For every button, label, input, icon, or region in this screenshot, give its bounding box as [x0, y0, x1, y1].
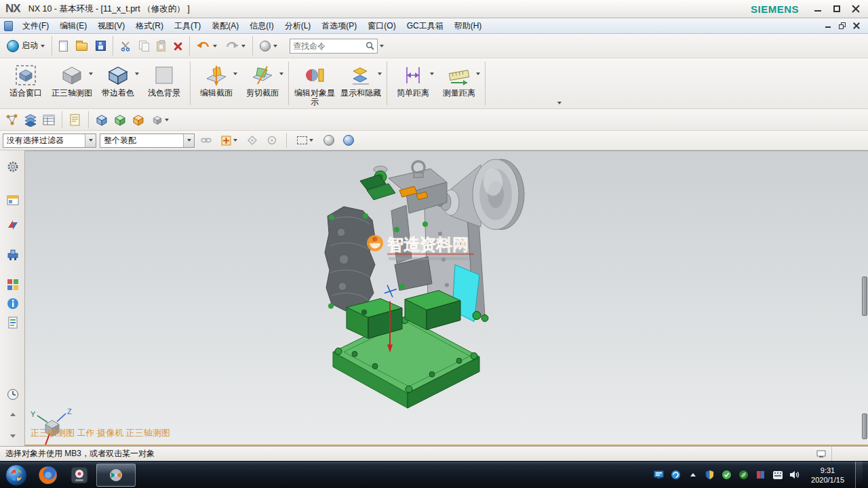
delete-button[interactable]	[170, 37, 186, 55]
snap-endpoint-button[interactable]	[264, 132, 280, 148]
assembly-navigator-grid-button[interactable]	[41, 112, 57, 128]
combo-drop-button[interactable]	[85, 134, 96, 147]
redo-button[interactable]	[221, 37, 250, 55]
assemble-component-button[interactable]	[112, 112, 128, 128]
combo-drop-button[interactable]	[183, 134, 194, 147]
show-hide-button[interactable]: 显示和隐藏	[338, 60, 384, 107]
assembly-constraints-button[interactable]	[4, 112, 20, 128]
sync-flag-icon[interactable]	[755, 469, 766, 481]
green-cube-icon	[113, 113, 127, 127]
simple-distance-button[interactable]: 简单距离	[390, 60, 436, 107]
search-box[interactable]	[290, 39, 378, 54]
copy-button[interactable]	[135, 37, 153, 55]
move-component-button[interactable]	[94, 112, 110, 128]
menu-information[interactable]: 信息(I)	[244, 18, 279, 34]
part-document-icon	[4, 21, 13, 31]
menu-file[interactable]: 文件(F)	[17, 18, 54, 34]
paste-button[interactable]	[153, 37, 170, 55]
input-method-icon[interactable]	[772, 469, 783, 481]
volume-icon[interactable]	[789, 469, 800, 481]
fit-window-button[interactable]: 适合窗口	[3, 60, 49, 107]
menu-view[interactable]: 视图(V)	[92, 18, 130, 34]
trimetric-view-button[interactable]: 正三轴测图	[49, 60, 95, 107]
eco-green-icon[interactable]	[738, 469, 749, 481]
3d-model-canvas[interactable]: 智造资料网 Y Z	[25, 151, 868, 445]
selection-scope-combo[interactable]: 整个装配	[100, 134, 195, 148]
internet-explorer-button[interactable]	[5, 314, 20, 330]
snap-point-button[interactable]	[218, 132, 241, 148]
start-orb-button[interactable]	[1, 462, 31, 488]
component-dropdown-button[interactable]	[149, 112, 172, 128]
highlight-shaded-button[interactable]	[321, 132, 337, 148]
light-background-button[interactable]: 浅色背景	[141, 60, 187, 107]
assembly-navigator-button[interactable]	[5, 192, 20, 208]
clip-section-button[interactable]: 剪切截面	[239, 60, 285, 107]
graphics-viewport[interactable]: 智造资料网 Y Z 正三轴测图 工作 摄像机 正三轴测图	[25, 150, 868, 446]
menu-analysis[interactable]: 分析(L)	[279, 18, 317, 34]
close-icon[interactable]	[852, 5, 860, 13]
maximize-icon[interactable]	[833, 5, 841, 13]
model-top-clamp[interactable]	[360, 161, 447, 214]
view-options-button[interactable]	[256, 37, 281, 55]
menu-format[interactable]: 格式(R)	[130, 18, 169, 34]
search-input[interactable]	[293, 41, 363, 51]
constraint-network-icon	[5, 113, 19, 127]
edit-section-button[interactable]: 编辑截面	[193, 60, 239, 107]
rectangle-select-button[interactable]	[293, 132, 317, 148]
new-file-button[interactable]	[55, 37, 72, 55]
tray-browser-icon[interactable]	[670, 469, 682, 481]
light-background-icon	[153, 64, 176, 87]
scroll-down-button[interactable]	[5, 428, 20, 444]
history-palette-button[interactable]	[5, 386, 20, 402]
menu-assemblies[interactable]: 装配(A)	[206, 18, 244, 34]
scrollbar-thumb[interactable]	[862, 277, 867, 316]
child-restore-icon[interactable]	[839, 22, 846, 29]
reuse-library-button[interactable]	[5, 277, 20, 292]
highlight-wireframe-button[interactable]	[340, 132, 357, 148]
antivirus-status-icon[interactable]	[721, 469, 732, 481]
selection-filter-combo[interactable]: 没有选择过滤器	[3, 134, 96, 148]
show-desktop-button[interactable]	[855, 462, 863, 488]
toolbar-options-icon[interactable]	[557, 102, 561, 104]
save-button[interactable]	[92, 37, 110, 55]
open-button[interactable]	[72, 37, 92, 55]
tray-app-icon[interactable]	[653, 469, 665, 481]
menu-edit[interactable]: 编辑(E)	[54, 18, 92, 34]
utility-app-icon	[70, 466, 89, 485]
hidden-icons-button[interactable]	[687, 469, 698, 481]
minimize-icon[interactable]	[814, 5, 822, 13]
cut-button[interactable]	[116, 37, 135, 55]
scrollbar-thumb[interactable]	[862, 413, 867, 439]
pattern-component-button[interactable]	[130, 112, 146, 128]
model-clamp-screw[interactable]	[473, 311, 481, 319]
menu-help[interactable]: 帮助(H)	[449, 18, 488, 34]
report-button[interactable]	[67, 112, 83, 128]
model-engine-casting[interactable]	[325, 207, 375, 311]
layers-button[interactable]	[22, 112, 39, 128]
menu-tools[interactable]: 工具(T)	[169, 18, 206, 34]
roles-button[interactable]	[5, 159, 20, 174]
undo-button[interactable]	[193, 37, 221, 55]
firefox-taskbar-button[interactable]	[34, 464, 62, 487]
web-browser-button[interactable]	[5, 296, 20, 311]
snap-midpoint-button[interactable]	[244, 132, 260, 148]
nx-taskbar-button[interactable]	[96, 464, 136, 487]
edit-object-display-button[interactable]: 编辑对象显示	[292, 60, 338, 107]
measure-distance-button[interactable]: 测量距离	[436, 60, 482, 107]
constraint-navigator-button[interactable]	[5, 217, 20, 232]
model-clamp-screw[interactable]	[481, 314, 488, 321]
menu-preferences[interactable]: 首选项(P)	[316, 18, 362, 34]
taskbar-clock[interactable]: 9:31 2020/1/15	[806, 466, 850, 485]
security-shield-icon[interactable]	[704, 469, 715, 481]
menu-gc-toolbox[interactable]: GC工具箱	[401, 18, 449, 34]
part-navigator-button[interactable]	[5, 247, 20, 262]
child-minimize-icon[interactable]	[825, 22, 831, 29]
menu-window[interactable]: 窗口(O)	[362, 18, 401, 34]
window-grid-icon[interactable]	[816, 450, 826, 458]
scroll-up-button[interactable]	[5, 407, 20, 422]
find-in-navigator-button[interactable]	[198, 132, 214, 148]
start-menu-button[interactable]: 启动	[3, 37, 49, 55]
child-close-icon[interactable]	[853, 22, 860, 29]
pinned-app-button[interactable]	[65, 464, 94, 487]
shaded-with-edges-button[interactable]: 带边着色	[95, 60, 141, 107]
